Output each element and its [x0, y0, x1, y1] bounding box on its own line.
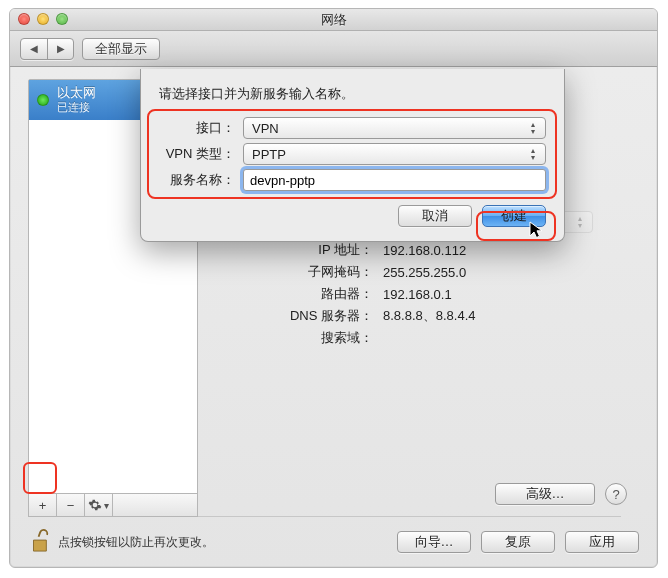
interface-label: 接口：: [159, 119, 243, 137]
subnet-mask-value: 255.255.255.0: [383, 265, 466, 280]
window-title: 网络: [321, 12, 347, 27]
service-name: 以太网: [57, 86, 96, 101]
remove-service-button[interactable]: −: [57, 494, 85, 516]
assistant-button[interactable]: 向导…: [397, 531, 471, 553]
chevron-left-icon: ◀: [30, 43, 38, 54]
titlebar: 网络: [10, 9, 657, 31]
service-name-input[interactable]: [243, 169, 546, 191]
vpn-type-value: PPTP: [252, 147, 286, 162]
ip-address-value: 192.168.0.112: [383, 243, 466, 258]
updown-caret-icon: [525, 120, 541, 136]
toolbar: ◀ ▶ 全部显示: [10, 31, 657, 67]
sidebar-footer: + − ▾: [28, 493, 198, 517]
service-name-label: 服务名称：: [159, 171, 243, 189]
chevron-right-icon: ▶: [57, 43, 65, 54]
sheet-message: 请选择接口并为新服务输入名称。: [159, 85, 546, 103]
zoom-window-button[interactable]: [56, 13, 68, 25]
dns-label: DNS 服务器：: [198, 307, 383, 325]
traffic-lights: [18, 13, 68, 25]
revert-button[interactable]: 复原: [481, 531, 555, 553]
interface-value: VPN: [252, 121, 279, 136]
service-status: 已连接: [57, 101, 96, 114]
forward-button[interactable]: ▶: [47, 39, 73, 59]
gear-icon: [88, 498, 102, 512]
search-domains-label: 搜索域：: [198, 329, 383, 347]
help-icon: ?: [612, 487, 619, 502]
new-service-sheet: 请选择接口并为新服务输入名称。 接口： VPN VPN 类型： PPTP 服务名…: [140, 69, 565, 242]
footer: 点按锁按钮以防止再次更改。 向导… 复原 应用: [10, 517, 657, 567]
apply-button[interactable]: 应用: [565, 531, 639, 553]
router-label: 路由器：: [198, 285, 383, 303]
vpn-type-select[interactable]: PPTP: [243, 143, 546, 165]
lock-text: 点按锁按钮以防止再次更改。: [58, 534, 214, 551]
add-service-button[interactable]: +: [29, 494, 57, 516]
cursor-icon: [529, 221, 545, 241]
show-all-button[interactable]: 全部显示: [82, 38, 160, 60]
chevron-down-icon: ▾: [104, 500, 109, 511]
vpn-type-label: VPN 类型：: [159, 145, 243, 163]
lock-open-icon: [28, 528, 50, 554]
minimize-window-button[interactable]: [37, 13, 49, 25]
router-value: 192.168.0.1: [383, 287, 452, 302]
interface-select[interactable]: VPN: [243, 117, 546, 139]
ip-address-label: IP 地址：: [198, 241, 383, 259]
cancel-button[interactable]: 取消: [398, 205, 472, 227]
subnet-mask-label: 子网掩码：: [198, 263, 383, 281]
status-dot-green-icon: [37, 94, 49, 106]
service-actions-button[interactable]: ▾: [85, 494, 113, 516]
dns-value: 8.8.8.8、8.8.4.4: [383, 307, 476, 325]
nav-back-forward: ◀ ▶: [20, 38, 74, 60]
back-button[interactable]: ◀: [21, 39, 47, 59]
advanced-button[interactable]: 高级…: [495, 483, 595, 505]
lock-button[interactable]: [28, 528, 50, 557]
updown-caret-icon: [525, 146, 541, 162]
close-window-button[interactable]: [18, 13, 30, 25]
help-button[interactable]: ?: [605, 483, 627, 505]
network-preferences-window: 网络 ◀ ▶ 全部显示 以太网 已连接 + − ▾: [9, 8, 658, 568]
